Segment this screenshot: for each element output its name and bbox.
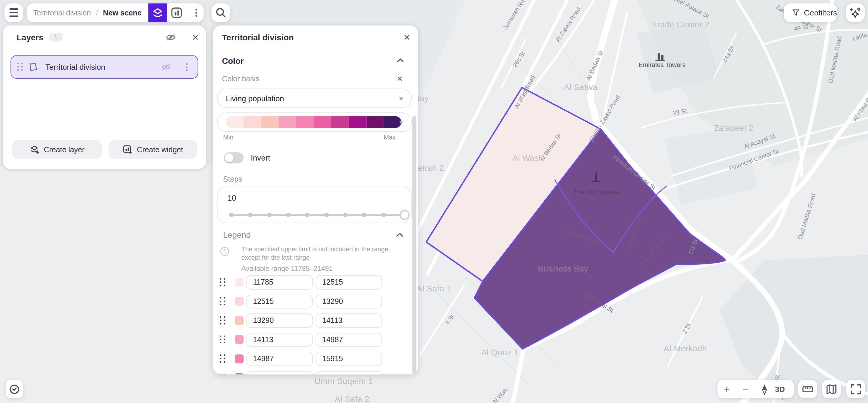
ramp-segment	[244, 116, 261, 128]
zoom-in-button[interactable]: +	[717, 380, 736, 398]
polygon-layer-icon	[28, 62, 38, 72]
layer-visibility-button[interactable]	[161, 62, 171, 72]
legend-range-to-input[interactable]	[316, 294, 382, 309]
layers-panel-title: Layers	[17, 26, 43, 49]
color-basis-value: Living population	[226, 94, 284, 103]
slider-tick	[362, 213, 367, 217]
legend-row	[213, 313, 418, 328]
legend-range-to-input[interactable]	[316, 371, 382, 374]
basemap-button[interactable]	[822, 380, 841, 398]
geofilters-label: Geofilters	[804, 8, 837, 17]
steps-slider[interactable]	[229, 209, 405, 220]
measure-button[interactable]	[798, 380, 817, 398]
legend-range-from-input[interactable]	[246, 352, 313, 366]
geofilters-button[interactable]: Geofilters	[784, 3, 837, 22]
layer-item-territorial-division[interactable]: Territorial division	[10, 56, 198, 79]
search-icon	[215, 7, 226, 18]
slider-tick	[324, 213, 329, 217]
toggle-knob	[225, 153, 234, 162]
legend-color-swatch[interactable]	[235, 335, 244, 344]
legend-range-from-input[interactable]	[246, 275, 313, 289]
legend-color-swatch[interactable]	[235, 373, 244, 374]
help-icon: ?	[220, 246, 230, 256]
legend-range-from-input[interactable]	[246, 371, 313, 374]
fullscreen-icon	[850, 383, 861, 394]
drag-handle-icon[interactable]	[17, 63, 24, 71]
drag-handle-icon[interactable]	[220, 297, 226, 306]
clear-color-basis-button[interactable]: ✕	[395, 73, 405, 84]
eye-icon	[165, 32, 176, 42]
slider-ticks	[229, 209, 405, 220]
compass-button[interactable]	[755, 380, 774, 398]
close-settings-panel-button[interactable]: ✕	[401, 32, 412, 42]
legend-range-from-input[interactable]	[246, 294, 313, 309]
drag-handle-icon[interactable]	[220, 278, 226, 287]
ramp-min-label: Min	[223, 134, 234, 141]
zoom-out-button[interactable]: −	[736, 380, 755, 398]
legend-color-swatch[interactable]	[235, 316, 244, 325]
breadcrumb-project[interactable]: Territorial division	[33, 9, 91, 17]
settings-panel-title: Territorial division	[222, 26, 294, 49]
collapse-color-section-button[interactable]	[396, 57, 404, 63]
svg-text:?: ?	[223, 248, 226, 254]
legend-color-swatch[interactable]	[235, 278, 244, 287]
slider-tick	[267, 213, 272, 217]
layer-kebab-button[interactable]	[186, 63, 188, 71]
color-ramp-select[interactable]: ▼	[217, 113, 412, 132]
invert-toggle[interactable]	[224, 152, 244, 163]
close-icon: ✕	[397, 75, 403, 82]
legend-row	[213, 275, 418, 290]
create-layer-label: Create layer	[44, 146, 85, 154]
slider-tick	[343, 213, 348, 217]
kebab-icon	[195, 9, 197, 17]
color-basis-select[interactable]: Living population ▼	[217, 89, 412, 108]
collapse-legend-section-button[interactable]	[396, 231, 403, 238]
create-widget-button[interactable]: Create widget	[108, 140, 197, 159]
ramp-segment	[314, 116, 331, 128]
panel-scrollbar[interactable]	[412, 116, 416, 374]
legend-range-from-input[interactable]	[246, 313, 313, 328]
hide-all-layers-button[interactable]	[164, 32, 177, 42]
create-layer-button[interactable]: Create layer	[12, 140, 102, 159]
filter-icon	[792, 8, 800, 18]
steps-control	[217, 187, 412, 223]
breadcrumb-scene[interactable]: New scene	[103, 9, 142, 17]
drag-handle-icon[interactable]	[220, 316, 226, 325]
legend-color-swatch[interactable]	[235, 354, 244, 363]
search-button[interactable]	[212, 3, 230, 22]
ramp-segment	[366, 116, 384, 128]
map-zoom-controls: + − 3D	[717, 380, 794, 398]
legend-row	[213, 371, 418, 374]
close-layers-panel-button[interactable]: ✕	[190, 32, 201, 42]
layers-icon	[151, 6, 164, 20]
legend-range-to-input[interactable]	[316, 275, 382, 289]
available-range: Available range 11785–21491	[242, 265, 333, 272]
legend-range-to-input[interactable]	[316, 333, 382, 347]
toolbar-kebab-button[interactable]	[188, 3, 204, 22]
legend-color-swatch[interactable]	[235, 297, 244, 306]
layer-item-label: Territorial division	[45, 63, 105, 71]
slider-tick	[381, 213, 385, 217]
history-button[interactable]	[6, 380, 24, 398]
drag-handle-icon[interactable]	[220, 335, 226, 344]
slider-handle[interactable]	[400, 210, 410, 220]
menu-button[interactable]	[4, 3, 23, 22]
fullscreen-button[interactable]	[846, 380, 865, 398]
ai-assistant-button[interactable]	[846, 3, 864, 22]
legend-range-to-input[interactable]	[316, 352, 382, 366]
legend-range-to-input[interactable]	[316, 313, 382, 328]
3d-toggle-button[interactable]: 3D	[775, 384, 785, 394]
invert-label: Invert	[251, 153, 270, 162]
layers-panel-header: Layers 1 ✕	[3, 26, 206, 49]
widgets-toggle-button[interactable]	[167, 3, 186, 22]
ramp-segment	[226, 116, 243, 128]
steps-label: Steps	[223, 175, 242, 183]
steps-input[interactable]	[226, 193, 273, 203]
legend-range-from-input[interactable]	[246, 333, 313, 347]
drag-handle-icon[interactable]	[220, 354, 226, 363]
sparkles-icon	[849, 6, 862, 19]
layers-toggle-button[interactable]	[148, 3, 167, 22]
drag-handle-icon[interactable]	[220, 374, 226, 374]
legend-section-title: Legend	[223, 230, 251, 239]
slider-tick	[248, 213, 253, 217]
